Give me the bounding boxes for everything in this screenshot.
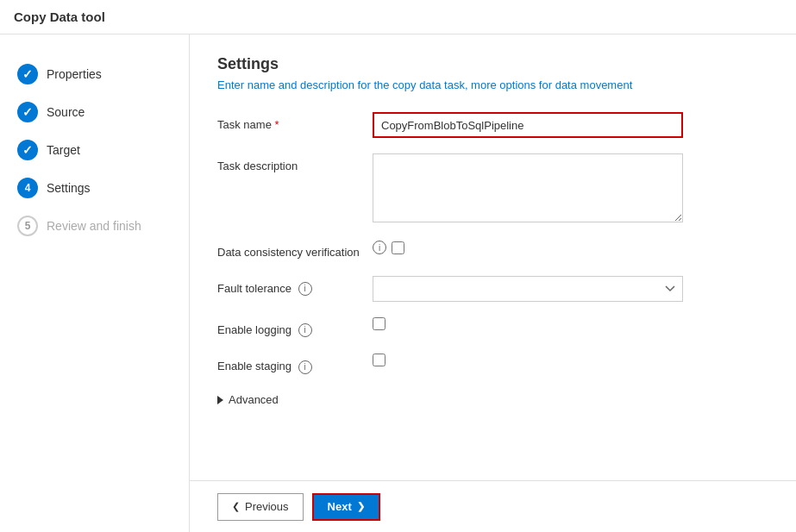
sidebar-label-target: Target — [47, 143, 80, 157]
enable-logging-row: Enable logging i — [217, 317, 768, 338]
content-body: Settings Enter name and description for … — [190, 34, 796, 480]
previous-chevron-icon: ❮ — [232, 501, 240, 512]
sidebar-item-settings[interactable]: 4 Settings — [0, 169, 189, 207]
task-description-row: Task description — [217, 153, 768, 225]
sidebar-label-properties: Properties — [47, 67, 102, 81]
enable-staging-control — [373, 354, 768, 369]
advanced-label: Advanced — [229, 393, 279, 406]
sidebar-label-review: Review and finish — [47, 219, 141, 233]
fault-tolerance-control: None Skip incompatible rows — [373, 276, 768, 302]
enable-staging-label: Enable staging i — [217, 354, 373, 374]
step-circle-settings: 4 — [17, 178, 38, 198]
task-name-input[interactable] — [373, 112, 683, 138]
task-description-input[interactable] — [373, 153, 683, 222]
sidebar-label-settings: Settings — [47, 181, 91, 195]
enable-staging-row: Enable staging i — [217, 354, 768, 374]
task-name-control — [373, 112, 768, 138]
task-name-required: * — [275, 118, 279, 131]
step-circle-source: ✓ — [17, 102, 38, 122]
content-title: Settings — [217, 55, 768, 73]
header: Copy Data tool — [0, 0, 796, 34]
next-chevron-icon: ❯ — [357, 501, 365, 512]
task-name-label: Task name * — [217, 112, 373, 133]
advanced-chevron-icon — [217, 396, 223, 404]
enable-staging-info-icon[interactable]: i — [298, 360, 312, 374]
fault-tolerance-label: Fault tolerance i — [217, 276, 373, 297]
content-footer: ❮ Previous Next ❯ — [190, 480, 796, 532]
content-subtitle: Enter name and description for the copy … — [217, 78, 768, 91]
data-consistency-checkbox-row: i — [373, 241, 768, 254]
content-area: Settings Enter name and description for … — [190, 34, 796, 532]
main-layout: ✓ Properties ✓ Source ✓ Target 4 Setting… — [0, 34, 796, 532]
data-consistency-row: Data consistency verification i — [217, 241, 768, 260]
data-consistency-info-icon[interactable]: i — [373, 241, 386, 254]
sidebar-item-source[interactable]: ✓ Source — [0, 93, 189, 131]
task-description-control — [373, 153, 768, 225]
fault-tolerance-select[interactable]: None Skip incompatible rows — [373, 276, 683, 302]
next-button[interactable]: Next ❯ — [312, 493, 380, 521]
sidebar-item-properties[interactable]: ✓ Properties — [0, 55, 189, 93]
enable-logging-control — [373, 317, 768, 333]
data-consistency-control: i — [373, 241, 768, 254]
data-consistency-checkbox[interactable] — [392, 241, 404, 254]
sidebar-item-review: 5 Review and finish — [0, 207, 189, 245]
task-description-label: Task description — [217, 153, 373, 174]
fault-tolerance-row: Fault tolerance i None Skip incompatible… — [217, 276, 768, 302]
sidebar-item-target[interactable]: ✓ Target — [0, 131, 189, 169]
previous-button[interactable]: ❮ Previous — [217, 493, 304, 521]
fault-tolerance-select-wrapper: None Skip incompatible rows — [373, 276, 683, 302]
step-circle-target: ✓ — [17, 140, 38, 160]
enable-logging-info-icon[interactable]: i — [298, 323, 312, 337]
sidebar: ✓ Properties ✓ Source ✓ Target 4 Setting… — [0, 34, 190, 532]
step-circle-review: 5 — [17, 216, 38, 236]
data-consistency-label: Data consistency verification — [217, 241, 373, 260]
fault-tolerance-info-icon[interactable]: i — [298, 282, 312, 296]
task-name-row: Task name * — [217, 112, 768, 138]
advanced-row[interactable]: Advanced — [217, 390, 768, 410]
enable-logging-checkbox[interactable] — [373, 317, 385, 330]
sidebar-label-source: Source — [47, 105, 85, 119]
enable-staging-checkbox[interactable] — [373, 354, 385, 366]
header-title: Copy Data tool — [14, 9, 105, 24]
enable-logging-label: Enable logging i — [217, 317, 373, 338]
step-circle-properties: ✓ — [17, 64, 38, 84]
